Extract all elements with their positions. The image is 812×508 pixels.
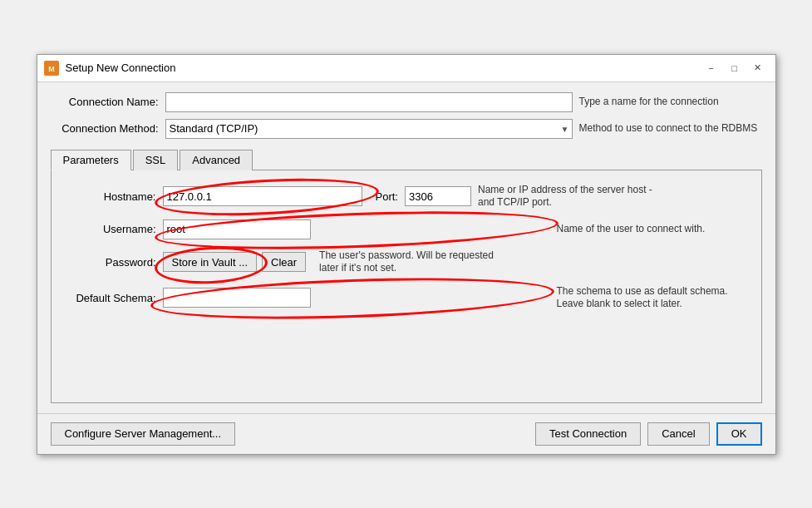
window-controls: − □ ✕ — [701, 60, 769, 76]
store-vault-wrapper: Store in Vault ... — [163, 252, 258, 272]
footer-right: Test Connection Cancel OK — [535, 422, 762, 446]
setup-new-connection-dialog: M Setup New Connection − □ ✕ Connection … — [37, 54, 776, 455]
footer-left: Configure Server Management... — [51, 422, 236, 446]
hostname-input[interactable] — [163, 186, 362, 206]
dialog-title: Setup New Connection — [66, 62, 694, 74]
svg-text:M: M — [48, 65, 55, 73]
store-in-vault-button[interactable]: Store in Vault ... — [163, 252, 258, 272]
connection-method-select[interactable]: Standard (TCP/IP) Standard (TCP/IP) with… — [165, 119, 573, 139]
cancel-button[interactable]: Cancel — [647, 422, 709, 446]
connection-name-input[interactable] — [165, 92, 573, 112]
tab-parameters[interactable]: Parameters — [51, 150, 131, 170]
ok-button[interactable]: OK — [716, 422, 762, 446]
default-schema-label: Default Schema: — [65, 292, 156, 304]
connection-name-row: Connection Name: Type a name for the con… — [51, 92, 762, 112]
default-schema-hint: The schema to use as default schema. Lea… — [557, 285, 748, 311]
schema-wrapper — [163, 288, 550, 308]
password-row: Password: Store in Vault ... Clear The u… — [65, 249, 748, 275]
connection-method-row: Connection Method: Standard (TCP/IP) Sta… — [51, 119, 762, 139]
port-input[interactable] — [405, 186, 471, 206]
default-schema-row: Default Schema: The schema to use as def… — [65, 285, 748, 311]
dialog-body: Connection Name: Type a name for the con… — [37, 82, 775, 413]
default-schema-input[interactable] — [163, 288, 311, 308]
connection-name-hint: Type a name for the connection — [579, 96, 762, 109]
close-button[interactable]: ✕ — [747, 60, 769, 76]
password-buttons: Store in Vault ... Clear — [163, 252, 307, 272]
username-label: Username: — [65, 223, 156, 235]
maximize-button[interactable]: □ — [724, 60, 746, 76]
password-label: Password: — [65, 256, 156, 269]
tab-advanced[interactable]: Advanced — [180, 150, 253, 170]
title-bar: M Setup New Connection − □ ✕ — [37, 55, 775, 82]
hostname-label: Hostname: — [65, 190, 156, 203]
connection-name-label: Connection Name: — [51, 96, 159, 108]
tab-ssl[interactable]: SSL — [133, 150, 179, 170]
hostname-wrapper — [163, 186, 362, 206]
connection-method-label: Connection Method: — [51, 122, 159, 135]
username-wrapper — [163, 219, 550, 239]
connection-method-hint: Method to use to connect to the RDBMS — [579, 122, 762, 136]
tab-bar: Parameters SSL Advanced — [51, 149, 762, 170]
configure-server-management-button[interactable]: Configure Server Management... — [51, 422, 236, 446]
username-input[interactable] — [163, 219, 311, 239]
hostname-hint: Name or IP address of the server host - … — [478, 184, 669, 210]
hostname-row: Hostname: Port: Name or IP address of th… — [65, 184, 748, 210]
dialog-footer: Configure Server Management... Test Conn… — [37, 413, 775, 454]
test-connection-button[interactable]: Test Connection — [535, 422, 641, 446]
app-icon: M — [44, 61, 59, 76]
port-label: Port: — [376, 190, 398, 203]
tabs-container: Parameters SSL Advanced Hostname: Port: … — [51, 145, 762, 403]
username-row: Username: Name of the user to connect wi… — [65, 219, 748, 239]
minimize-button[interactable]: − — [701, 60, 722, 76]
clear-password-button[interactable]: Clear — [262, 252, 306, 272]
tab-parameters-content: Hostname: Port: Name or IP address of th… — [51, 170, 762, 403]
connection-method-wrapper: Standard (TCP/IP) Standard (TCP/IP) with… — [165, 119, 573, 139]
password-hint: The user's password. Will be requested l… — [319, 249, 510, 275]
username-hint: Name of the user to connect with. — [557, 223, 748, 236]
